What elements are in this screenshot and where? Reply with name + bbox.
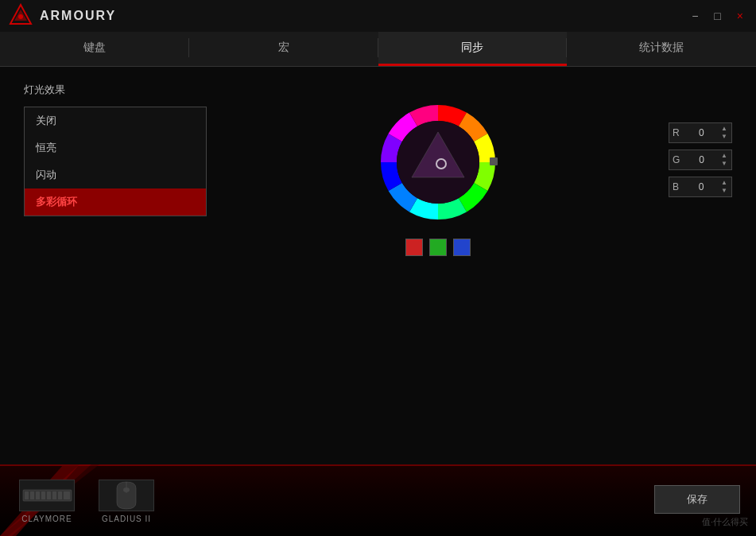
b-down-button[interactable]: ▼ bbox=[720, 187, 728, 195]
b-up-button[interactable]: ▲ bbox=[720, 179, 728, 187]
maximize-button[interactable]: □ bbox=[709, 8, 725, 24]
claymore-label: CLAYMORE bbox=[21, 515, 72, 523]
claymore-icon bbox=[19, 480, 75, 511]
g-spinners[interactable]: ▲ ▼ bbox=[720, 152, 728, 168]
device-claymore[interactable]: CLAYMORE bbox=[19, 480, 75, 523]
r-spinners[interactable]: ▲ ▼ bbox=[720, 125, 728, 141]
svg-rect-14 bbox=[36, 491, 40, 499]
b-input-row: B 0 ▲ ▼ bbox=[669, 177, 732, 197]
rgb-inputs: R 0 ▲ ▼ G 0 ▲ ▼ B 0 ▲ bbox=[669, 122, 732, 197]
r-label: R bbox=[673, 127, 680, 138]
b-value: 0 bbox=[699, 181, 704, 192]
effects-list: 关闭 恒亮 闪动 多彩循环 bbox=[24, 107, 207, 216]
content-area: 关闭 恒亮 闪动 多彩循环 bbox=[24, 107, 732, 256]
r-input-row: R 0 ▲ ▼ bbox=[669, 122, 732, 143]
g-value: 0 bbox=[699, 154, 704, 165]
titlebar: ARMOURY − □ × bbox=[0, 0, 756, 32]
tab-sync[interactable]: 同步 bbox=[378, 32, 568, 66]
bottom-bar: CLAYMORE GLADIUS II 保存 值·什么得买 bbox=[0, 464, 756, 536]
svg-rect-17 bbox=[52, 491, 56, 499]
svg-point-21 bbox=[123, 487, 130, 492]
svg-rect-16 bbox=[47, 491, 51, 499]
svg-rect-12 bbox=[25, 491, 29, 499]
g-down-button[interactable]: ▼ bbox=[720, 160, 728, 168]
svg-point-2 bbox=[18, 14, 23, 19]
svg-rect-18 bbox=[58, 491, 62, 499]
save-button-area: 保存 bbox=[654, 485, 740, 514]
gladius2-icon bbox=[99, 480, 154, 511]
r-value: 0 bbox=[699, 127, 704, 138]
effect-item-off[interactable]: 关闭 bbox=[25, 107, 206, 134]
tab-stats[interactable]: 统计数据 bbox=[567, 32, 756, 66]
r-down-button[interactable]: ▼ bbox=[720, 133, 728, 141]
b-label: B bbox=[673, 181, 679, 192]
svg-rect-7 bbox=[490, 157, 498, 165]
preset-blue[interactable] bbox=[453, 239, 471, 256]
svg-rect-15 bbox=[41, 491, 45, 499]
g-input-row: G 0 ▲ ▼ bbox=[669, 150, 732, 170]
effect-item-steady[interactable]: 恒亮 bbox=[25, 134, 206, 161]
close-button[interactable]: × bbox=[732, 8, 748, 24]
gladius2-label: GLADIUS II bbox=[102, 515, 151, 523]
preset-red[interactable] bbox=[405, 239, 423, 256]
main-content: 灯光效果 关闭 恒亮 闪动 多彩循环 bbox=[0, 67, 756, 464]
g-up-button[interactable]: ▲ bbox=[720, 152, 728, 160]
app-title: ARMOURY bbox=[40, 9, 116, 23]
effect-item-rainbow[interactable]: 多彩循环 bbox=[25, 188, 206, 216]
color-wheel[interactable] bbox=[374, 99, 502, 226]
tab-macro[interactable]: 宏 bbox=[189, 32, 378, 66]
window-controls[interactable]: − □ × bbox=[687, 8, 748, 24]
preset-green[interactable] bbox=[429, 239, 447, 256]
save-button[interactable]: 保存 bbox=[654, 485, 740, 514]
minimize-button[interactable]: − bbox=[687, 8, 703, 24]
color-wheel-area bbox=[238, 99, 637, 256]
effect-item-flash[interactable]: 闪动 bbox=[25, 161, 206, 188]
svg-rect-13 bbox=[30, 491, 34, 499]
rog-logo-icon bbox=[8, 3, 33, 29]
tab-keyboard[interactable]: 键盘 bbox=[0, 32, 189, 66]
svg-rect-19 bbox=[64, 491, 70, 499]
device-gladius2[interactable]: GLADIUS II bbox=[99, 480, 154, 523]
watermark: 值·什么得买 bbox=[702, 516, 748, 528]
g-label: G bbox=[673, 154, 680, 165]
color-presets bbox=[405, 239, 471, 256]
section-lighting-label: 灯光效果 bbox=[24, 83, 732, 97]
tab-bar: 键盘 宏 同步 统计数据 bbox=[0, 32, 756, 67]
b-spinners[interactable]: ▲ ▼ bbox=[720, 179, 728, 195]
r-up-button[interactable]: ▲ bbox=[720, 125, 728, 133]
